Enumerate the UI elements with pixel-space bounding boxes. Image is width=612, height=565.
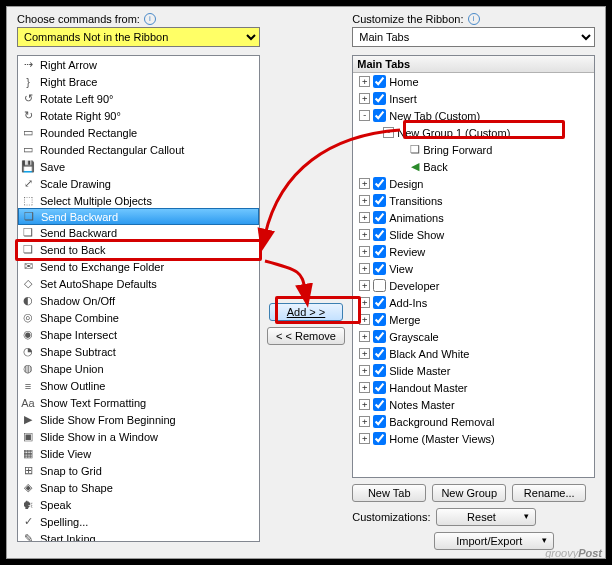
command-item[interactable]: ⤢Scale Drawing [18,175,259,192]
choose-commands-combo[interactable]: Commands Not in the Ribbon [17,27,260,47]
expand-toggle[interactable]: + [359,229,370,240]
tab-checkbox[interactable] [373,194,386,207]
tab-checkbox[interactable] [373,364,386,377]
info-icon[interactable]: i [144,13,156,25]
tree-node[interactable]: -New Group 1 (Custom) [353,124,594,141]
command-item[interactable]: ▭Rounded Rectangular Callout [18,141,259,158]
tree-node[interactable]: +Notes Master [353,396,594,413]
tree-node[interactable]: +Home [353,73,594,90]
command-item[interactable]: ✎Start Inking [18,530,259,542]
remove-button[interactable]: < < Remove [267,327,345,345]
new-group-button[interactable]: New Group [432,484,506,502]
import-export-dropdown[interactable]: Import/Export [434,532,554,550]
tree-node[interactable]: +Design [353,175,594,192]
info-icon[interactable]: i [468,13,480,25]
tree-node[interactable]: +Add-Ins [353,294,594,311]
tree-node[interactable]: +Handout Master [353,379,594,396]
command-item[interactable]: ◉Shape Intersect [18,326,259,343]
expand-toggle[interactable]: + [359,433,370,444]
command-item[interactable]: ✓Spelling... [18,513,259,530]
tree-node[interactable]: +Black And White [353,345,594,362]
command-item[interactable]: ⬚Select Multiple Objects [18,192,259,209]
expand-toggle[interactable]: + [359,365,370,376]
tree-node[interactable]: +Insert [353,90,594,107]
expand-toggle[interactable]: + [359,297,370,308]
tab-checkbox[interactable] [373,109,386,122]
command-item[interactable]: ↺Rotate Left 90° [18,90,259,107]
tree-node[interactable]: +Merge [353,311,594,328]
tab-checkbox[interactable] [373,381,386,394]
expand-toggle[interactable]: - [359,110,370,121]
expand-toggle[interactable]: + [359,399,370,410]
expand-toggle[interactable]: - [383,127,394,138]
command-item[interactable]: ❏Send to Back [18,241,259,258]
tab-checkbox[interactable] [373,398,386,411]
tree-node[interactable]: ◀Back [353,158,594,175]
command-item[interactable]: ⇢Right Arrow [18,56,259,73]
expand-toggle[interactable]: + [359,314,370,325]
expand-toggle[interactable]: + [359,212,370,223]
tab-checkbox[interactable] [373,262,386,275]
tab-checkbox[interactable] [373,347,386,360]
tree-node[interactable]: +Slide Show [353,226,594,243]
tree-node[interactable]: +Animations [353,209,594,226]
command-item[interactable]: ▶Slide Show From Beginning [18,411,259,428]
command-item[interactable]: ▭Rounded Rectangle [18,124,259,141]
tree-node[interactable]: +Transitions [353,192,594,209]
tab-checkbox[interactable] [373,177,386,190]
tree-node[interactable]: +Developer [353,277,594,294]
new-tab-button[interactable]: New Tab [352,484,426,502]
expand-toggle[interactable]: + [359,280,370,291]
command-item[interactable]: }Right Brace [18,73,259,90]
command-item[interactable]: ⊞Snap to Grid [18,462,259,479]
rename-button[interactable]: Rename... [512,484,586,502]
expand-toggle[interactable]: + [359,93,370,104]
tab-checkbox[interactable] [373,211,386,224]
tab-checkbox[interactable] [373,296,386,309]
command-item[interactable]: 💾Save [18,158,259,175]
command-item[interactable]: ≡Show Outline [18,377,259,394]
ribbon-tree[interactable]: Main Tabs +Home+Insert-New Tab (Custom)-… [352,55,595,478]
expand-toggle[interactable]: + [359,76,370,87]
expand-toggle[interactable]: + [359,416,370,427]
customize-ribbon-combo[interactable]: Main Tabs [352,27,595,47]
add-button[interactable]: Add > > [269,303,343,321]
tab-checkbox[interactable] [373,313,386,326]
tree-node[interactable]: +Slide Master [353,362,594,379]
tab-checkbox[interactable] [373,415,386,428]
command-item[interactable]: ◎Shape Combine [18,309,259,326]
expand-toggle[interactable]: + [359,331,370,342]
command-item[interactable]: ✉Send to Exchange Folder [18,258,259,275]
tab-checkbox[interactable] [373,75,386,88]
commands-listbox[interactable]: ⇢Right Arrow}Right Brace↺Rotate Left 90°… [17,55,260,542]
command-item[interactable]: ▣Slide Show in a Window [18,428,259,445]
command-item[interactable]: ▦Slide View [18,445,259,462]
reset-dropdown[interactable]: Reset [436,508,536,526]
command-item[interactable]: ❏Send Backward [18,208,259,225]
command-item[interactable]: ◔Shape Subtract [18,343,259,360]
tab-checkbox[interactable] [373,245,386,258]
tree-node[interactable]: ❏Bring Forward [353,141,594,158]
expand-toggle[interactable]: + [359,178,370,189]
expand-toggle[interactable]: + [359,382,370,393]
tab-checkbox[interactable] [373,228,386,241]
command-item[interactable]: ◇Set AutoShape Defaults [18,275,259,292]
command-item[interactable]: ◐Shadow On/Off [18,292,259,309]
tree-node[interactable]: +View [353,260,594,277]
tree-node[interactable]: +Home (Master Views) [353,430,594,447]
tab-checkbox[interactable] [373,279,386,292]
tree-node[interactable]: +Grayscale [353,328,594,345]
expand-toggle[interactable]: + [359,263,370,274]
command-item[interactable]: ◈Snap to Shape [18,479,259,496]
tab-checkbox[interactable] [373,92,386,105]
command-item[interactable]: ◍Shape Union [18,360,259,377]
command-item[interactable]: 🗣Speak [18,496,259,513]
tab-checkbox[interactable] [373,432,386,445]
tree-node[interactable]: +Background Removal [353,413,594,430]
command-item[interactable]: ↻Rotate Right 90° [18,107,259,124]
tree-node[interactable]: +Review [353,243,594,260]
command-item[interactable]: AaShow Text Formatting [18,394,259,411]
expand-toggle[interactable]: + [359,195,370,206]
tab-checkbox[interactable] [373,330,386,343]
expand-toggle[interactable]: + [359,246,370,257]
